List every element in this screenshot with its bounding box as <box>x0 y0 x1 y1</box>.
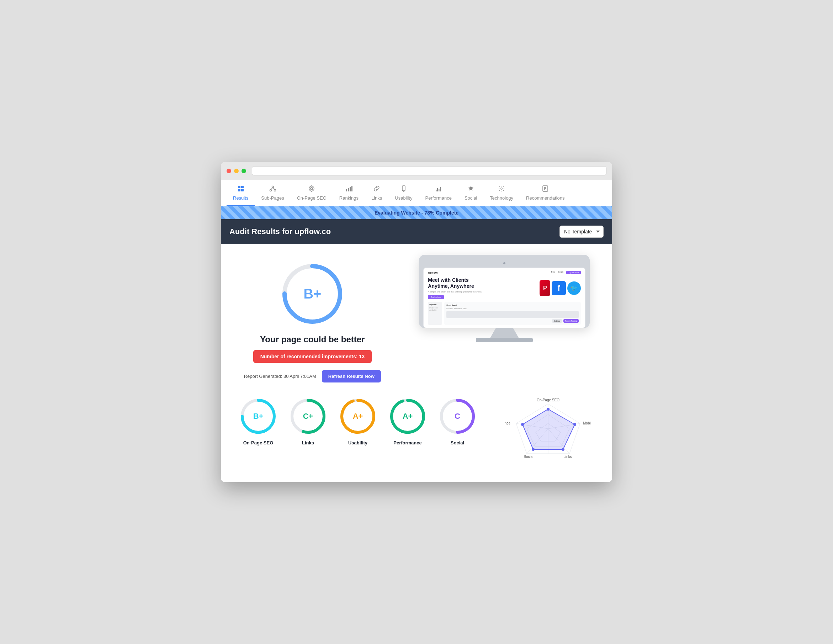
site-logo: Upflow. <box>428 271 438 274</box>
site-headline: Meet with Clients Anytime, Anywhere <box>428 277 535 289</box>
grade-value-usability: A+ <box>353 412 363 421</box>
progress-banner: Evaluating Website - 78% Complete <box>221 206 612 219</box>
maximize-button[interactable] <box>241 169 246 173</box>
grade-value-links: C+ <box>303 412 314 421</box>
report-generated: Report Generated: 30 April 7:01AM <box>244 374 316 379</box>
grade-items: B+ On-Page SEO C+ Links <box>239 397 502 446</box>
svg-text:Social: Social <box>524 455 533 459</box>
grade-label-onpage-seo: On-Page SEO <box>243 440 273 446</box>
pinterest-icon: P <box>540 280 550 296</box>
tab-performance[interactable]: Performance <box>419 180 458 206</box>
site-hero-icons: P f 🐦 <box>540 277 581 299</box>
svg-rect-14 <box>348 188 349 192</box>
svg-line-8 <box>273 188 275 190</box>
subpages-icon <box>269 185 277 193</box>
tab-onpage-seo[interactable]: On-Page SEO <box>291 180 333 206</box>
svg-point-24 <box>501 188 502 189</box>
monitor-camera <box>503 262 505 264</box>
twitter-icon: 🐦 <box>567 282 581 295</box>
svg-rect-17 <box>402 186 405 191</box>
usability-icon <box>400 185 407 193</box>
score-section: B+ Your page could be better Number of r… <box>232 255 393 383</box>
grade-item-usability: A+ Usability <box>338 397 377 446</box>
close-button[interactable] <box>227 169 231 173</box>
address-bar[interactable] <box>252 166 606 175</box>
report-row: Report Generated: 30 April 7:01AM Refres… <box>244 370 381 383</box>
svg-rect-2 <box>238 189 240 192</box>
mini-circle-links: C+ <box>288 397 328 436</box>
monitor-stand <box>490 328 519 338</box>
technology-icon <box>498 185 505 193</box>
tab-technology[interactable]: Technology <box>483 180 519 206</box>
links-icon <box>373 185 380 193</box>
facebook-icon: f <box>552 281 566 295</box>
refresh-button[interactable]: Refresh Results Now <box>322 370 381 383</box>
svg-point-4 <box>272 186 273 188</box>
tab-rankings[interactable]: Rankings <box>333 180 365 206</box>
main-content: B+ Your page could be better Number of r… <box>221 244 612 482</box>
template-select[interactable]: No Template E-commerce Blog Business <box>560 225 604 238</box>
mini-circle-social: C <box>438 397 477 436</box>
recommendations-icon <box>542 185 549 193</box>
svg-rect-3 <box>241 189 244 192</box>
nav-tabs: Results Sub-Pages On-Page SEO Rankings L… <box>221 180 612 206</box>
svg-point-51 <box>573 423 576 426</box>
performance-icon <box>435 185 442 193</box>
tab-usability[interactable]: Usability <box>388 180 419 206</box>
svg-text:Performance: Performance <box>505 421 510 425</box>
grades-section: B+ On-Page SEO C+ Links <box>232 397 601 468</box>
monitor-section: Upflow. Blog Login Try for free <box>408 255 601 342</box>
svg-text:Mobile & UI: Mobile & UI <box>583 421 591 425</box>
grade-item-social: C Social <box>438 397 477 446</box>
svg-rect-13 <box>346 189 347 192</box>
site-preview: Upflow. Blog Login Try for free <box>424 268 585 328</box>
tab-links[interactable]: Links <box>365 180 388 206</box>
monitor-body: Upflow. Blog Login Try for free <box>419 255 590 328</box>
svg-rect-20 <box>436 190 437 192</box>
svg-text:On-Page SEO: On-Page SEO <box>537 398 560 402</box>
grade-item-links: C+ Links <box>288 397 328 446</box>
svg-point-50 <box>547 408 550 411</box>
svg-line-7 <box>271 188 273 190</box>
page-message: Your page could be better <box>260 335 365 345</box>
grade-item-performance: A+ Performance <box>388 397 427 446</box>
tab-results[interactable]: Results <box>227 180 255 206</box>
grade-value-onpage-seo: B+ <box>253 412 264 421</box>
browser-titlebar <box>221 162 612 180</box>
grade-label-links: Links <box>302 440 314 446</box>
svg-rect-1 <box>241 186 244 188</box>
svg-rect-21 <box>437 188 438 192</box>
mini-circle-performance: A+ <box>388 397 427 436</box>
svg-point-5 <box>270 190 272 192</box>
grade-item-onpage-seo: B+ On-Page SEO <box>239 397 278 446</box>
tab-social[interactable]: Social <box>458 180 483 206</box>
minimize-button[interactable] <box>234 169 239 173</box>
audit-header: Audit Results for upflow.co No Template … <box>221 219 612 244</box>
site-nav: Upflow. Blog Login Try for free <box>428 271 581 274</box>
radar-section: On-Page SEO Mobile & UI Links Social Per… <box>502 397 594 468</box>
svg-point-6 <box>274 190 276 192</box>
tab-subpages[interactable]: Sub-Pages <box>255 180 290 206</box>
results-icon <box>237 185 244 193</box>
svg-rect-16 <box>351 186 352 192</box>
site-hero-text: Meet with Clients Anytime, Anywhere A si… <box>428 277 535 299</box>
site-main-area: Post Feed RoutineFreelanceNext Settings … <box>444 302 581 325</box>
tab-recommendations[interactable]: Recommendations <box>519 180 571 206</box>
radar-chart: On-Page SEO Mobile & UI Links Social Per… <box>505 397 591 468</box>
svg-text:Links: Links <box>563 455 572 459</box>
grade-circle: B+ <box>280 262 344 326</box>
results-top: B+ Your page could be better Number of r… <box>232 255 601 383</box>
onpage-seo-icon <box>308 185 315 193</box>
social-icon <box>467 185 474 193</box>
svg-point-53 <box>532 448 535 451</box>
svg-point-10 <box>310 187 313 190</box>
svg-point-9 <box>309 186 314 191</box>
mini-circle-usability: A+ <box>338 397 377 436</box>
site-nav-links: Blog Login Try for free <box>551 271 581 274</box>
svg-rect-15 <box>350 187 351 192</box>
grade-label-social: Social <box>451 440 464 446</box>
site-hero: Meet with Clients Anytime, Anywhere A si… <box>428 277 581 299</box>
svg-rect-22 <box>439 189 440 192</box>
site-bottom: Upflow. Post Feed Analytics Post Feed Ro… <box>428 302 581 325</box>
rankings-icon <box>345 185 352 193</box>
